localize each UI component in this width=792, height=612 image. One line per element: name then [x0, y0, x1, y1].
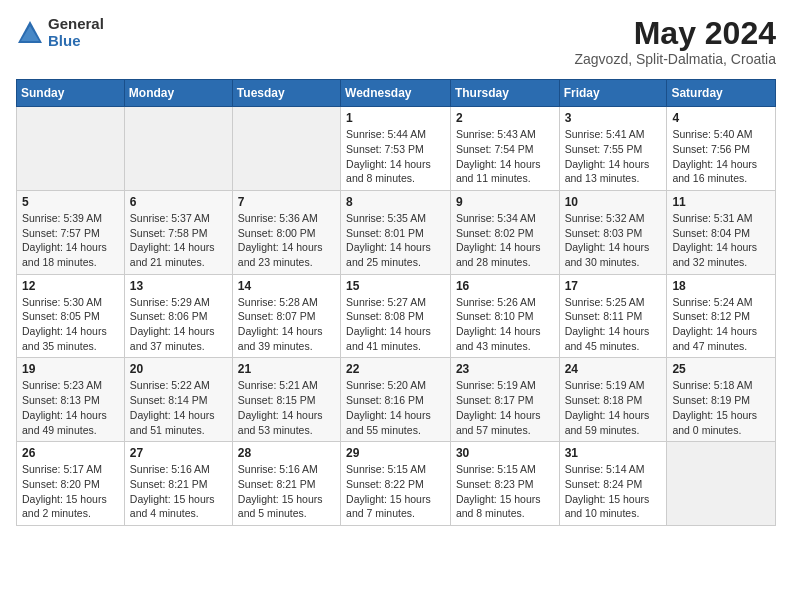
- day-number: 25: [672, 362, 770, 376]
- day-info: Sunrise: 5:16 AM Sunset: 8:21 PM Dayligh…: [238, 462, 335, 521]
- day-number: 31: [565, 446, 662, 460]
- calendar-header: SundayMondayTuesdayWednesdayThursdayFrid…: [17, 80, 776, 107]
- day-info: Sunrise: 5:19 AM Sunset: 8:17 PM Dayligh…: [456, 378, 554, 437]
- day-info: Sunrise: 5:41 AM Sunset: 7:55 PM Dayligh…: [565, 127, 662, 186]
- week-row-1: 1Sunrise: 5:44 AM Sunset: 7:53 PM Daylig…: [17, 107, 776, 191]
- day-info: Sunrise: 5:22 AM Sunset: 8:14 PM Dayligh…: [130, 378, 227, 437]
- day-number: 7: [238, 195, 335, 209]
- day-info: Sunrise: 5:17 AM Sunset: 8:20 PM Dayligh…: [22, 462, 119, 521]
- day-number: 14: [238, 279, 335, 293]
- header-tuesday: Tuesday: [232, 80, 340, 107]
- header-row: SundayMondayTuesdayWednesdayThursdayFrid…: [17, 80, 776, 107]
- day-cell: 2Sunrise: 5:43 AM Sunset: 7:54 PM Daylig…: [450, 107, 559, 191]
- day-cell: 30Sunrise: 5:15 AM Sunset: 8:23 PM Dayli…: [450, 442, 559, 526]
- day-cell: 20Sunrise: 5:22 AM Sunset: 8:14 PM Dayli…: [124, 358, 232, 442]
- day-cell: 15Sunrise: 5:27 AM Sunset: 8:08 PM Dayli…: [341, 274, 451, 358]
- day-number: 18: [672, 279, 770, 293]
- day-info: Sunrise: 5:35 AM Sunset: 8:01 PM Dayligh…: [346, 211, 445, 270]
- day-cell: 27Sunrise: 5:16 AM Sunset: 8:21 PM Dayli…: [124, 442, 232, 526]
- day-number: 20: [130, 362, 227, 376]
- day-number: 9: [456, 195, 554, 209]
- day-cell: 10Sunrise: 5:32 AM Sunset: 8:03 PM Dayli…: [559, 190, 667, 274]
- day-cell: [17, 107, 125, 191]
- day-cell: 5Sunrise: 5:39 AM Sunset: 7:57 PM Daylig…: [17, 190, 125, 274]
- day-cell: 13Sunrise: 5:29 AM Sunset: 8:06 PM Dayli…: [124, 274, 232, 358]
- day-cell: 8Sunrise: 5:35 AM Sunset: 8:01 PM Daylig…: [341, 190, 451, 274]
- day-number: 3: [565, 111, 662, 125]
- day-number: 5: [22, 195, 119, 209]
- day-number: 17: [565, 279, 662, 293]
- title-block: May 2024 Zagvozd, Split-Dalmatia, Croati…: [574, 16, 776, 67]
- logo-icon: [16, 19, 44, 47]
- day-cell: 25Sunrise: 5:18 AM Sunset: 8:19 PM Dayli…: [667, 358, 776, 442]
- day-info: Sunrise: 5:29 AM Sunset: 8:06 PM Dayligh…: [130, 295, 227, 354]
- day-cell: 21Sunrise: 5:21 AM Sunset: 8:15 PM Dayli…: [232, 358, 340, 442]
- week-row-3: 12Sunrise: 5:30 AM Sunset: 8:05 PM Dayli…: [17, 274, 776, 358]
- day-info: Sunrise: 5:26 AM Sunset: 8:10 PM Dayligh…: [456, 295, 554, 354]
- day-cell: 1Sunrise: 5:44 AM Sunset: 7:53 PM Daylig…: [341, 107, 451, 191]
- day-cell: 28Sunrise: 5:16 AM Sunset: 8:21 PM Dayli…: [232, 442, 340, 526]
- day-number: 26: [22, 446, 119, 460]
- day-info: Sunrise: 5:43 AM Sunset: 7:54 PM Dayligh…: [456, 127, 554, 186]
- day-number: 15: [346, 279, 445, 293]
- day-number: 22: [346, 362, 445, 376]
- day-info: Sunrise: 5:18 AM Sunset: 8:19 PM Dayligh…: [672, 378, 770, 437]
- day-number: 30: [456, 446, 554, 460]
- calendar-title: May 2024: [574, 16, 776, 51]
- day-info: Sunrise: 5:14 AM Sunset: 8:24 PM Dayligh…: [565, 462, 662, 521]
- day-cell: [667, 442, 776, 526]
- day-cell: 17Sunrise: 5:25 AM Sunset: 8:11 PM Dayli…: [559, 274, 667, 358]
- page-header: General Blue May 2024 Zagvozd, Split-Dal…: [16, 16, 776, 67]
- day-number: 27: [130, 446, 227, 460]
- day-cell: [232, 107, 340, 191]
- day-number: 16: [456, 279, 554, 293]
- day-number: 21: [238, 362, 335, 376]
- day-cell: 22Sunrise: 5:20 AM Sunset: 8:16 PM Dayli…: [341, 358, 451, 442]
- day-cell: 12Sunrise: 5:30 AM Sunset: 8:05 PM Dayli…: [17, 274, 125, 358]
- day-info: Sunrise: 5:34 AM Sunset: 8:02 PM Dayligh…: [456, 211, 554, 270]
- logo-text: General Blue: [48, 16, 104, 49]
- day-cell: 4Sunrise: 5:40 AM Sunset: 7:56 PM Daylig…: [667, 107, 776, 191]
- day-info: Sunrise: 5:37 AM Sunset: 7:58 PM Dayligh…: [130, 211, 227, 270]
- day-cell: 3Sunrise: 5:41 AM Sunset: 7:55 PM Daylig…: [559, 107, 667, 191]
- day-number: 19: [22, 362, 119, 376]
- day-info: Sunrise: 5:30 AM Sunset: 8:05 PM Dayligh…: [22, 295, 119, 354]
- day-cell: 14Sunrise: 5:28 AM Sunset: 8:07 PM Dayli…: [232, 274, 340, 358]
- day-info: Sunrise: 5:20 AM Sunset: 8:16 PM Dayligh…: [346, 378, 445, 437]
- day-info: Sunrise: 5:39 AM Sunset: 7:57 PM Dayligh…: [22, 211, 119, 270]
- header-thursday: Thursday: [450, 80, 559, 107]
- calendar-table: SundayMondayTuesdayWednesdayThursdayFrid…: [16, 79, 776, 526]
- logo-general: General: [48, 16, 104, 33]
- day-cell: 11Sunrise: 5:31 AM Sunset: 8:04 PM Dayli…: [667, 190, 776, 274]
- day-cell: 18Sunrise: 5:24 AM Sunset: 8:12 PM Dayli…: [667, 274, 776, 358]
- calendar-subtitle: Zagvozd, Split-Dalmatia, Croatia: [574, 51, 776, 67]
- day-info: Sunrise: 5:31 AM Sunset: 8:04 PM Dayligh…: [672, 211, 770, 270]
- day-info: Sunrise: 5:25 AM Sunset: 8:11 PM Dayligh…: [565, 295, 662, 354]
- week-row-5: 26Sunrise: 5:17 AM Sunset: 8:20 PM Dayli…: [17, 442, 776, 526]
- day-info: Sunrise: 5:15 AM Sunset: 8:22 PM Dayligh…: [346, 462, 445, 521]
- day-number: 29: [346, 446, 445, 460]
- day-number: 6: [130, 195, 227, 209]
- day-cell: 16Sunrise: 5:26 AM Sunset: 8:10 PM Dayli…: [450, 274, 559, 358]
- day-cell: 29Sunrise: 5:15 AM Sunset: 8:22 PM Dayli…: [341, 442, 451, 526]
- day-number: 11: [672, 195, 770, 209]
- day-info: Sunrise: 5:40 AM Sunset: 7:56 PM Dayligh…: [672, 127, 770, 186]
- day-number: 10: [565, 195, 662, 209]
- day-cell: 19Sunrise: 5:23 AM Sunset: 8:13 PM Dayli…: [17, 358, 125, 442]
- calendar-body: 1Sunrise: 5:44 AM Sunset: 7:53 PM Daylig…: [17, 107, 776, 526]
- day-cell: 7Sunrise: 5:36 AM Sunset: 8:00 PM Daylig…: [232, 190, 340, 274]
- day-info: Sunrise: 5:36 AM Sunset: 8:00 PM Dayligh…: [238, 211, 335, 270]
- header-monday: Monday: [124, 80, 232, 107]
- day-cell: 26Sunrise: 5:17 AM Sunset: 8:20 PM Dayli…: [17, 442, 125, 526]
- day-info: Sunrise: 5:27 AM Sunset: 8:08 PM Dayligh…: [346, 295, 445, 354]
- day-cell: 23Sunrise: 5:19 AM Sunset: 8:17 PM Dayli…: [450, 358, 559, 442]
- day-info: Sunrise: 5:44 AM Sunset: 7:53 PM Dayligh…: [346, 127, 445, 186]
- day-info: Sunrise: 5:16 AM Sunset: 8:21 PM Dayligh…: [130, 462, 227, 521]
- day-info: Sunrise: 5:19 AM Sunset: 8:18 PM Dayligh…: [565, 378, 662, 437]
- header-wednesday: Wednesday: [341, 80, 451, 107]
- week-row-4: 19Sunrise: 5:23 AM Sunset: 8:13 PM Dayli…: [17, 358, 776, 442]
- day-number: 28: [238, 446, 335, 460]
- day-cell: 24Sunrise: 5:19 AM Sunset: 8:18 PM Dayli…: [559, 358, 667, 442]
- day-cell: 31Sunrise: 5:14 AM Sunset: 8:24 PM Dayli…: [559, 442, 667, 526]
- day-number: 8: [346, 195, 445, 209]
